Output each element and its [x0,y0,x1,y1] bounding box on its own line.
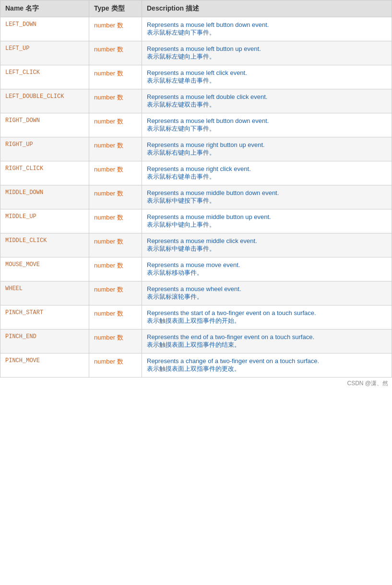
table-row: RIGHT_CLICKnumber 数Represents a mouse ri… [0,161,392,185]
desc-zh: 表示鼠标中键按下事件。 [147,196,387,205]
name-cell: WHEEL [0,281,89,305]
desc-en: Represents a mouse middle button down ev… [147,189,387,196]
type-cell: number 数 [89,257,142,281]
table-row: MIDDLE_DOWNnumber 数Represents a mouse mi… [0,185,392,209]
desc-cell: Represents a mouse left double click eve… [142,89,392,113]
type-cell: number 数 [89,305,142,329]
desc-en: Represents a change of a two-finger even… [147,357,387,365]
name-cell: LEFT_DOWN [0,17,89,41]
name-cell: MOUSE_MOVE [0,257,89,281]
desc-zh: 表示鼠标右键单击事件。 [147,172,387,181]
desc-en: Represents a mouse right click event. [147,165,387,172]
desc-cell: Represents a change of a two-finger even… [142,353,392,378]
name-cell: MIDDLE_CLICK [0,233,89,257]
desc-zh: 表示鼠标左键向下事件。 [147,28,387,37]
desc-cell: Represents a mouse wheel event.表示鼠标滚轮事件。 [142,281,392,305]
desc-zh: 表示触摸表面上双指事件的结束。 [147,341,387,349]
desc-zh: 表示触摸表面上双指事件的开始。 [147,317,387,325]
desc-cell: Represents a mouse right button up event… [142,137,392,161]
desc-en: Represents a mouse left button down even… [147,21,387,28]
desc-zh: 表示鼠标中键单击事件。 [147,244,387,253]
col-type-header: Type 类型 [89,0,142,17]
col-name-header: Name 名字 [0,0,89,17]
table-row: PINCH_ENDnumber 数Represents the end of a… [0,329,392,353]
table-row: RIGHT_UPnumber 数Represents a mouse right… [0,137,392,161]
desc-cell: Represents a mouse left button down even… [142,17,392,41]
type-cell: number 数 [89,209,142,233]
name-cell: RIGHT_UP [0,137,89,161]
desc-en: Represents a mouse move event. [147,261,387,268]
desc-zh: 表示鼠标左键单击事件。 [147,76,387,85]
type-cell: number 数 [89,17,142,41]
desc-cell: Represents a mouse middle button up even… [142,209,392,233]
name-cell: RIGHT_CLICK [0,161,89,185]
desc-en: Represents a mouse left button down even… [147,117,387,124]
table-row: LEFT_UPnumber 数Represents a mouse left b… [0,41,392,65]
desc-cell: Represents a mouse right click event.表示鼠… [142,161,392,185]
desc-en: Represents a mouse middle click event. [147,237,387,244]
type-cell: number 数 [89,113,142,137]
table-row: LEFT_CLICKnumber 数Represents a mouse lef… [0,65,392,89]
table-row: MIDDLE_UPnumber 数Represents a mouse midd… [0,209,392,233]
type-cell: number 数 [89,161,142,185]
desc-cell: Represents a mouse middle button down ev… [142,185,392,209]
type-cell: number 数 [89,65,142,89]
desc-zh: 表示触摸表面上双指事件的更改。 [147,365,387,373]
table-row: WHEELnumber 数Represents a mouse wheel ev… [0,281,392,305]
table-row: PINCH_STARTnumber 数Represents the start … [0,305,392,329]
desc-zh: 表示鼠标左键双击事件。 [147,100,387,109]
api-table: Name 名字 Type 类型 Description 描述 LEFT_DOWN… [0,0,392,378]
name-cell: MIDDLE_DOWN [0,185,89,209]
desc-zh: 表示鼠标右键向上事件。 [147,148,387,157]
desc-zh: 表示鼠标移动事件。 [147,268,387,277]
table-row: RIGHT_DOWNnumber 数Represents a mouse lef… [0,113,392,137]
type-cell: number 数 [89,281,142,305]
type-cell: number 数 [89,233,142,257]
name-cell: LEFT_CLICK [0,65,89,89]
table-row: MIDDLE_CLICKnumber 数Represents a mouse m… [0,233,392,257]
desc-en: Represents a mouse left button up event. [147,45,387,52]
type-cell: number 数 [89,353,142,378]
desc-en: Represents the end of a two-finger event… [147,333,387,341]
desc-zh: 表示鼠标左键向下事件。 [147,124,387,133]
desc-en: Represents a mouse wheel event. [147,285,387,292]
desc-zh: 表示鼠标中键向上事件。 [147,220,387,229]
type-cell: number 数 [89,137,142,161]
table-row: MOUSE_MOVEnumber 数Represents a mouse mov… [0,257,392,281]
name-cell: LEFT_UP [0,41,89,65]
desc-cell: Represents the end of a two-finger event… [142,329,392,353]
name-cell: LEFT_DOUBLE_CLICK [0,89,89,113]
table-row: PINCH_MOVEnumber 数Represents a change of… [0,353,392,378]
watermark: CSDN @潇、然 [0,378,392,390]
desc-zh: 表示鼠标滚轮事件。 [147,292,387,301]
desc-cell: Represents a mouse left button up event.… [142,41,392,65]
name-cell: PINCH_START [0,305,89,329]
name-cell: PINCH_MOVE [0,353,89,378]
desc-cell: Represents a mouse middle click event.表示… [142,233,392,257]
name-cell: PINCH_END [0,329,89,353]
col-desc-header: Description 描述 [142,0,392,17]
table-row: LEFT_DOWNnumber 数Represents a mouse left… [0,17,392,41]
desc-cell: Represents the start of a two-finger eve… [142,305,392,329]
desc-cell: Represents a mouse left click event.表示鼠标… [142,65,392,89]
type-cell: number 数 [89,185,142,209]
desc-en: Represents a mouse left double click eve… [147,93,387,100]
desc-cell: Represents a mouse move event.表示鼠标移动事件。 [142,257,392,281]
table-row: LEFT_DOUBLE_CLICKnumber 数Represents a mo… [0,89,392,113]
desc-en: Represents a mouse left click event. [147,69,387,76]
desc-cell: Represents a mouse left button down even… [142,113,392,137]
type-cell: number 数 [89,41,142,65]
desc-en: Represents a mouse right button up event… [147,141,387,148]
desc-en: Represents the start of a two-finger eve… [147,309,387,317]
desc-en: Represents a mouse middle button up even… [147,213,387,220]
type-cell: number 数 [89,89,142,113]
desc-zh: 表示鼠标左键向上事件。 [147,52,387,61]
type-cell: number 数 [89,329,142,353]
name-cell: RIGHT_DOWN [0,113,89,137]
name-cell: MIDDLE_UP [0,209,89,233]
